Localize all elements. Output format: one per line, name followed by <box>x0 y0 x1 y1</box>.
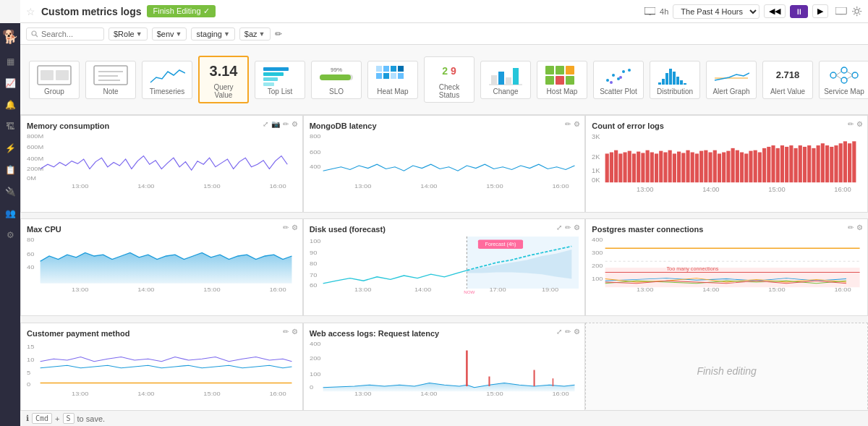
widget-query-value[interactable]: 3.14 Query Value <box>198 56 249 103</box>
tag-env[interactable]: $env ▼ <box>152 27 187 41</box>
widget-top-list[interactable]: Top List <box>255 61 305 99</box>
svg-rect-26 <box>376 73 382 79</box>
search-box[interactable] <box>26 27 104 41</box>
widget-note[interactable]: Note <box>85 61 136 99</box>
settings-icon[interactable] <box>851 6 862 17</box>
widget-palette: Group Note Timeseries 3.14 Query Value T… <box>20 45 868 115</box>
cmd-key: Cmd <box>32 413 52 424</box>
svg-text:14:00: 14:00 <box>420 183 437 189</box>
svg-text:14:00: 14:00 <box>137 183 154 189</box>
svg-text:100: 100 <box>310 238 321 244</box>
svg-text:13:00: 13:00 <box>72 286 88 293</box>
chart-errors-actions: ✏ ⚙ <box>848 120 863 128</box>
svg-text:14:00: 14:00 <box>703 186 720 193</box>
svg-rect-39 <box>556 76 564 85</box>
expand-icon-latency[interactable]: ⤢ <box>556 328 562 336</box>
svg-rect-107 <box>705 150 708 183</box>
sidebar-icon-apm[interactable]: ⚡ <box>5 143 16 153</box>
next-button[interactable]: ▶ <box>812 4 828 18</box>
gear-icon-errors[interactable]: ⚙ <box>856 120 863 128</box>
tag-role[interactable]: $Role ▼ <box>109 27 148 41</box>
svg-rect-115 <box>740 153 744 183</box>
sidebar-icon-alerts[interactable]: 🔔 <box>5 100 16 110</box>
edit-icon-mongo[interactable]: ✏ <box>565 120 571 128</box>
finish-editing-button[interactable]: Finish Editing ✓ <box>147 5 215 17</box>
svg-text:0: 0 <box>310 384 313 391</box>
expand-icon-disk[interactable]: ⤢ <box>556 223 562 231</box>
svg-rect-34 <box>513 68 519 85</box>
svg-rect-101 <box>677 152 681 183</box>
chart-postgres-actions: ✏ ⚙ <box>848 223 863 231</box>
svg-text:Too many connections: Too many connections <box>667 267 720 272</box>
svg-text:40: 40 <box>27 264 35 270</box>
edit-icon-postgres[interactable]: ✏ <box>848 223 854 231</box>
svg-line-61 <box>836 72 841 75</box>
svg-rect-118 <box>754 150 757 183</box>
edit-icon[interactable]: ✏ <box>283 120 289 128</box>
sidebar-icon-logs[interactable]: 📋 <box>5 165 16 175</box>
edit-icon-errors[interactable]: ✏ <box>848 120 854 128</box>
pencil-icon[interactable]: ✏ <box>275 29 282 39</box>
svg-rect-85 <box>605 153 609 182</box>
chart-mongo: MongoDB latency ✏ ⚙ 800 600 400 13:00 14… <box>303 115 586 213</box>
time-selector[interactable]: The Past 4 Hours <box>673 4 760 19</box>
widget-heat-map[interactable]: Heat Map <box>367 61 418 99</box>
tag-az[interactable]: $az ▼ <box>239 27 271 41</box>
gear-icon-payment[interactable]: ⚙ <box>292 328 298 336</box>
svg-rect-40 <box>566 76 574 85</box>
gear-icon-latency[interactable]: ⚙ <box>574 328 580 336</box>
widget-change[interactable]: Change <box>480 61 531 99</box>
pause-button[interactable]: ⏸ <box>790 5 808 18</box>
expand-icon[interactable]: ⤢ <box>263 120 268 128</box>
widget-group-label: Group <box>44 88 64 95</box>
time-label: 4h <box>660 7 668 16</box>
gear-icon-cpu[interactable]: ⚙ <box>292 223 298 231</box>
widget-scatter-plot[interactable]: Scatter Plot <box>593 61 644 99</box>
star-icon[interactable]: ☆ <box>26 6 35 17</box>
svg-rect-20 <box>320 74 351 80</box>
widget-alert-value[interactable]: 2.718 Alert Value <box>762 61 813 99</box>
svg-text:15:00: 15:00 <box>203 183 220 189</box>
gear-icon-mongo[interactable]: ⚙ <box>574 120 580 128</box>
sidebar-icon-team[interactable]: 👥 <box>5 208 16 218</box>
sidebar-icon-synthetics[interactable]: 🔌 <box>5 187 16 197</box>
widget-timeseries[interactable]: Timeseries <box>142 61 192 99</box>
svg-rect-32 <box>498 72 504 85</box>
sidebar-icon-metrics[interactable]: 📈 <box>5 78 16 88</box>
edit-icon-latency[interactable]: ✏ <box>565 328 571 336</box>
svg-rect-120 <box>762 148 766 182</box>
svg-text:14:00: 14:00 <box>137 286 154 293</box>
gear-icon[interactable]: ⚙ <box>292 120 298 128</box>
prev-button[interactable]: ◀◀ <box>764 4 786 18</box>
widget-alert-graph[interactable]: Alert Graph <box>706 61 757 99</box>
help-icon[interactable]: ℹ <box>26 414 29 423</box>
chart-postgres-title: Postgres master connections <box>592 225 861 234</box>
widget-host-map[interactable]: Host Map <box>537 61 587 99</box>
widget-group[interactable]: Group <box>29 61 80 99</box>
camera-icon[interactable]: 📷 <box>271 120 280 128</box>
widget-service-map-label: Service Map <box>824 88 864 95</box>
tag-staging[interactable]: staging ▼ <box>191 27 234 41</box>
svg-text:0K: 0K <box>592 177 600 184</box>
svg-rect-48 <box>658 82 661 85</box>
edit-icon-disk[interactable]: ✏ <box>565 223 571 231</box>
edit-icon-payment[interactable]: ✏ <box>283 328 289 336</box>
widget-distribution[interactable]: Distribution <box>650 61 700 99</box>
svg-rect-55 <box>684 83 686 85</box>
sidebar-icon-settings[interactable]: ⚙ <box>7 230 14 240</box>
widget-service-map[interactable]: Service Map <box>819 61 868 99</box>
sidebar-icon-dashboard[interactable]: ▦ <box>7 56 14 67</box>
widget-check-status[interactable]: 2 9 Check Status <box>424 56 475 103</box>
page-title: Custom metrics logs <box>41 6 141 17</box>
widget-slo[interactable]: 99% SLO <box>311 61 362 99</box>
gear-icon-postgres[interactable]: ⚙ <box>856 223 863 231</box>
svg-text:15:00: 15:00 <box>769 286 786 293</box>
sidebar-icon-infra[interactable]: 🏗 <box>6 122 14 132</box>
widget-check-status-label: Check Status <box>429 83 469 99</box>
edit-icon-cpu[interactable]: ✏ <box>283 223 289 231</box>
search-input[interactable] <box>41 30 99 38</box>
gear-icon-disk[interactable]: ⚙ <box>574 223 580 231</box>
save-hint: to save. <box>77 414 106 423</box>
svg-text:17:00: 17:00 <box>489 286 506 293</box>
svg-rect-113 <box>731 148 735 182</box>
